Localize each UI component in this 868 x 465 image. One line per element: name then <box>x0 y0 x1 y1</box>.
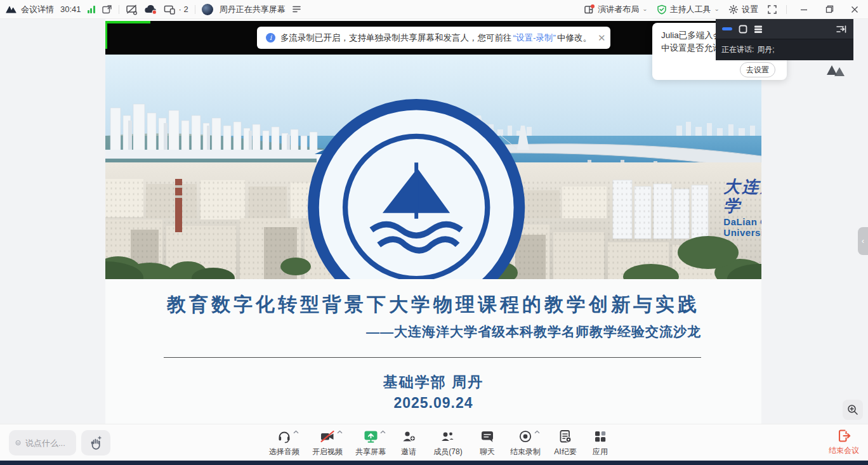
notice-suffix: 中修改。 <box>557 32 591 44</box>
end-meeting-button[interactable]: 结束会议 <box>829 428 859 456</box>
screen-record-off-icon[interactable] <box>126 4 138 15</box>
slide-date: 2025.09.24 <box>105 395 761 412</box>
slide-divider <box>164 357 701 358</box>
chat-icon <box>480 429 495 444</box>
restore-button[interactable] <box>821 3 838 16</box>
chevron-down-icon: ⌄ <box>714 6 720 12</box>
chat-button[interactable]: 聊天 <box>475 428 500 457</box>
chevron-up-icon[interactable] <box>293 430 299 434</box>
chevron-up-icon[interactable] <box>380 430 386 434</box>
chevron-up-icon[interactable] <box>534 430 540 434</box>
minimize-panel-icon[interactable] <box>722 27 732 30</box>
meeting-timer: 30:41 <box>60 4 81 14</box>
stop-record-button[interactable]: 结束录制 <box>508 428 543 457</box>
stop-record-icon <box>518 429 533 444</box>
top-toolbar: 会议详情 30:41 · 2 周丹正在共享屏幕 <box>0 0 868 19</box>
sharer-avatar <box>202 4 213 15</box>
toolbar-label: 结束录制 <box>510 447 541 457</box>
select-audio-button[interactable]: 选择音频 <box>266 428 302 457</box>
network-signal-icon[interactable] <box>88 6 95 13</box>
open-window-icon[interactable] <box>102 4 112 15</box>
speaker-layout-label: 演讲者布局 <box>598 4 639 15</box>
layout-switcher[interactable]: 演讲者布局 ⌄ <box>584 4 647 15</box>
emoji-icon[interactable] <box>15 437 21 449</box>
toolbar-label: 聊天 <box>480 447 495 457</box>
meeting-details-label: 会议详情 <box>21 4 54 15</box>
toolbar-label: 成员(78) <box>433 447 462 457</box>
settings-button[interactable]: 设置 <box>728 4 758 15</box>
end-meeting-label: 结束会议 <box>829 445 859 456</box>
raise-hand-button[interactable] <box>81 430 110 455</box>
gear-icon <box>728 4 739 15</box>
meeting-details[interactable]: 会议详情 <box>5 4 54 15</box>
go-to-settings-button[interactable]: 去设置 <box>740 62 775 77</box>
headset-icon <box>277 429 292 444</box>
speaker-layout-icon <box>584 4 595 15</box>
recording-notice-banner: i 多流录制已开启，支持单独录制共享屏幕和发言人，您可前往 “设置-录制” 中修… <box>257 27 610 49</box>
university-name-cn: 大连海洋大学 <box>723 177 761 215</box>
sharing-status-text: 周丹正在共享屏幕 <box>220 4 286 15</box>
camera-off-icon <box>319 429 336 444</box>
shield-check-icon <box>657 4 667 15</box>
host-tools[interactable]: 主持人工具 ⌄ <box>657 4 720 15</box>
apps-icon <box>593 429 608 444</box>
toolbar-label: 应用 <box>593 447 608 457</box>
list-view-icon[interactable] <box>754 25 763 34</box>
info-icon: i <box>266 33 275 43</box>
meeting-window: 会议详情 30:41 · 2 周丹正在共享屏幕 <box>0 0 868 465</box>
toolbar-label: 选择音频 <box>269 447 299 457</box>
divider <box>195 5 195 14</box>
raise-hand-icon <box>89 436 103 450</box>
close-icon[interactable]: ✕ <box>591 32 606 44</box>
sharing-signal-icon[interactable] <box>292 5 301 13</box>
slide-title: 教育数字化转型背景下大学物理课程的教学创新与实践 <box>105 292 761 318</box>
magnifier-plus-icon <box>847 404 858 416</box>
host-tools-label: 主持人工具 <box>670 4 711 15</box>
cloud-record-icon[interactable] <box>144 4 157 15</box>
slide-subtitle: ——大连海洋大学省级本科教学名师教学经验交流沙龙 <box>105 323 761 341</box>
leave-meeting-icon <box>836 428 852 443</box>
divider <box>786 5 787 14</box>
quick-chat-input[interactable] <box>25 438 70 448</box>
chevron-down-icon: ⌄ <box>642 6 647 12</box>
divider <box>119 5 119 14</box>
share-screen-button[interactable]: 共享屏幕 <box>353 428 388 457</box>
ai-notes-icon <box>558 429 573 444</box>
fullscreen-icon[interactable] <box>767 4 777 15</box>
minimize-button[interactable] <box>796 3 812 16</box>
sidebar-collapse-handle[interactable]: ‹ <box>858 227 868 255</box>
share-border-indicator <box>105 21 150 23</box>
devices-icon <box>164 4 176 15</box>
university-logo <box>118 95 714 279</box>
toolbar-label: 开启视频 <box>312 447 343 457</box>
meeting-logo-icon <box>5 4 18 15</box>
device-count: · 2 <box>179 4 188 14</box>
speaking-name: 周丹; <box>757 44 774 55</box>
floating-speaker-panel: 正在讲话: 周丹; <box>716 19 853 60</box>
notice-text: 多流录制已开启，支持单独录制共享屏幕和发言人，您可前往 <box>280 32 512 44</box>
toolbar-label: 邀请 <box>401 447 416 457</box>
chevron-up-icon[interactable] <box>337 430 343 434</box>
members-icon <box>440 429 456 444</box>
toolbar-label: 共享屏幕 <box>355 447 386 457</box>
settings-record-link[interactable]: “设置-录制” <box>513 32 556 44</box>
university-name-en: DaLian Ocean University <box>723 216 761 238</box>
members-button[interactable]: 成员(78) <box>429 428 467 457</box>
start-video-button[interactable]: 开启视频 <box>310 428 345 457</box>
bottom-edge-strip <box>0 461 868 465</box>
toolbar-center-group: 选择音频 开启视频 共享屏幕 邀请 成员(78) <box>266 428 613 457</box>
window-view-icon[interactable] <box>739 25 747 34</box>
invite-button[interactable]: 邀请 <box>396 428 421 457</box>
watermark-logo <box>824 62 850 79</box>
speaking-label: 正在讲话: <box>721 44 754 55</box>
slide-cover-photo: 大连海洋大学 DaLian Ocean University <box>105 55 761 279</box>
close-button[interactable] <box>846 3 863 16</box>
ai-notes-button[interactable]: AI纪要 <box>551 428 580 457</box>
quick-chat-input-wrap[interactable] <box>9 430 76 455</box>
multi-device-indicator[interactable]: · 2 <box>164 4 188 15</box>
apps-button[interactable]: 应用 <box>588 428 613 457</box>
share-screen-icon <box>363 429 379 444</box>
expand-panel-icon[interactable] <box>836 25 847 34</box>
toolbar-label: AI纪要 <box>554 447 576 457</box>
zoom-in-button[interactable] <box>843 400 863 420</box>
